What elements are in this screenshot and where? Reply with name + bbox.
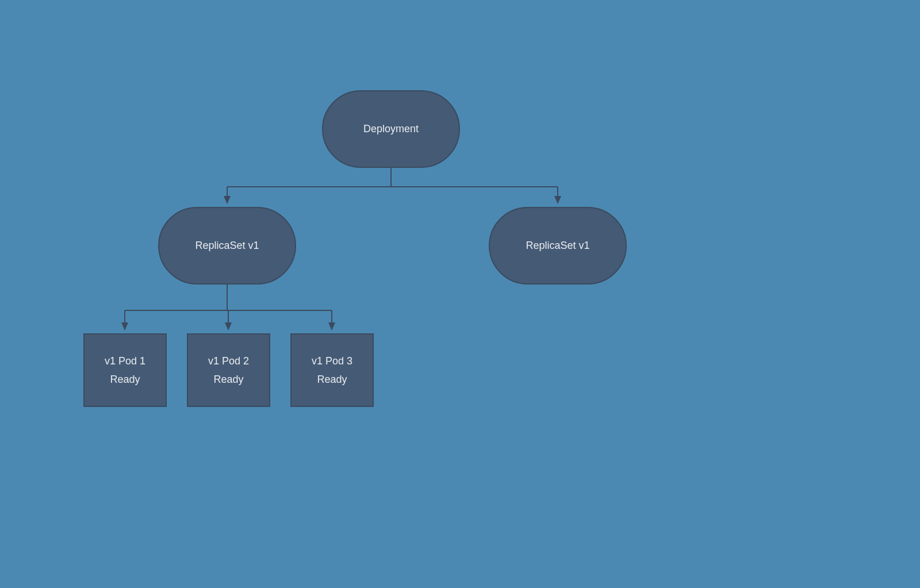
deployment-node: Deployment [322,90,460,168]
replicaset-left-node: ReplicaSet v1 [158,207,296,285]
connector-lines [0,0,920,588]
pod1-title: v1 Pod 1 [105,352,145,370]
replicaset-left-label: ReplicaSet v1 [195,236,259,255]
pod2-title: v1 Pod 2 [208,352,249,370]
pod2-status: Ready [213,370,243,389]
replicaset-right-node: ReplicaSet v1 [489,207,627,285]
deployment-label: Deployment [363,120,419,138]
pod1-node: v1 Pod 1 Ready [83,333,167,407]
pod3-node: v1 Pod 3 Ready [290,333,374,407]
pod3-title: v1 Pod 3 [312,352,352,370]
pod3-status: Ready [317,370,347,389]
pod2-node: v1 Pod 2 Ready [187,333,270,407]
replicaset-right-label: ReplicaSet v1 [526,236,589,255]
pod1-status: Ready [110,370,140,389]
